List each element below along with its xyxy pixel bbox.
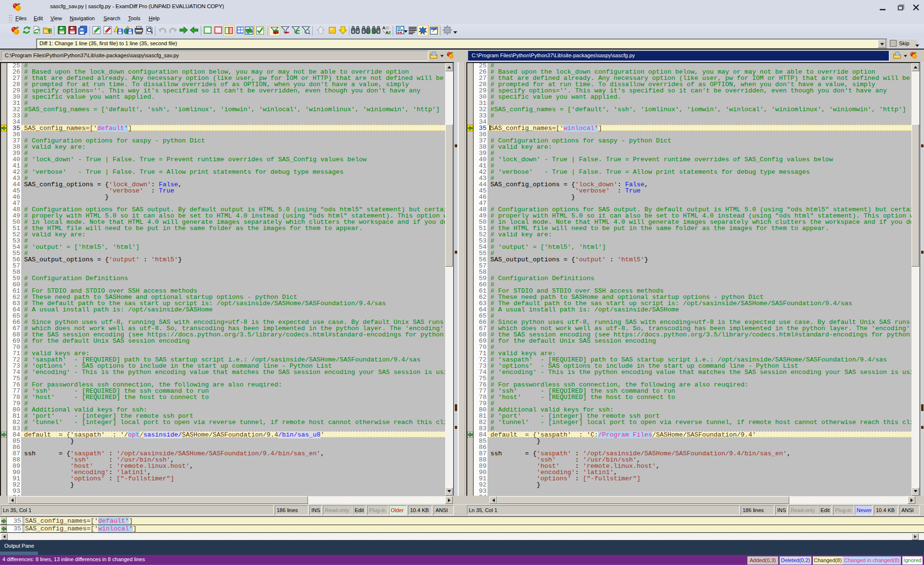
svg-text:B: B — [388, 30, 391, 35]
